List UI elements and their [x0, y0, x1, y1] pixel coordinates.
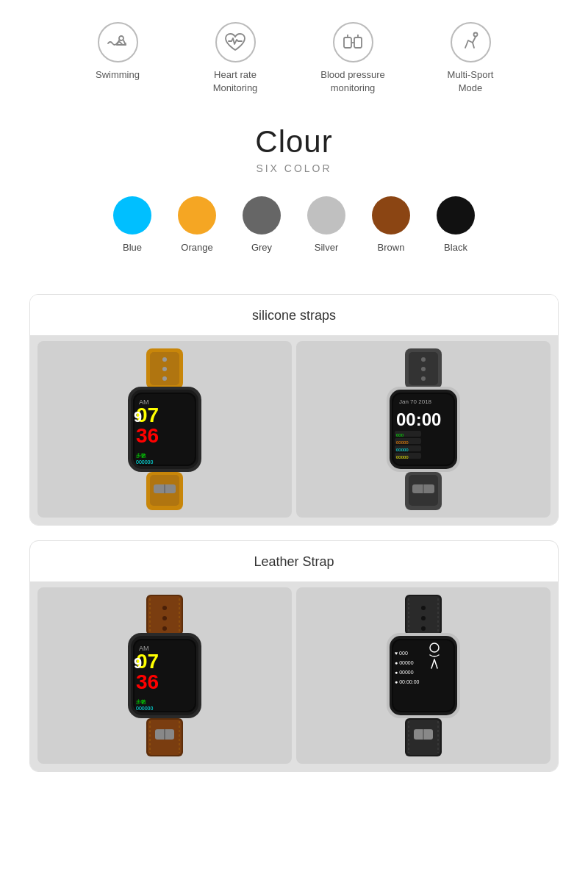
circle-orange [178, 196, 216, 235]
svg-point-54 [162, 616, 167, 620]
blood-pressure-label: Blood pressuremonitoring [320, 68, 384, 95]
swatch-brown: Brown [372, 196, 410, 253]
color-section-subtitle: SIX COLOR [44, 162, 544, 174]
svg-text:9: 9 [134, 655, 142, 671]
svg-text:00000: 00000 [396, 448, 409, 452]
svg-text:● 00000: ● 00000 [395, 670, 414, 675]
swatch-black: Black [437, 196, 475, 253]
silicone-strap-title: silicone straps [30, 295, 558, 335]
svg-text:步數: 步數 [136, 699, 146, 705]
svg-rect-2 [354, 37, 362, 48]
svg-text:000000: 000000 [136, 459, 153, 465]
watch-svg-leather-2: ♥ 000 ● 00000 ● 00000 ● 00:00:00 [368, 595, 478, 756]
silicone-watch-2: Jan 70 2018 00:00 000 00000 00000 00000 [296, 341, 551, 518]
color-name-orange: Orange [181, 242, 212, 253]
feature-heart-rate: Heart rateMonitoring [195, 22, 276, 95]
watch-svg-leather-1: AM 07 36 9 步數 000000 [110, 595, 220, 756]
svg-text:000: 000 [396, 433, 404, 437]
watch-svg-silicone-2: Jan 70 2018 00:00 000 00000 00000 00000 [368, 348, 478, 510]
svg-point-29 [421, 367, 426, 371]
leather-watch-1: AM 07 36 9 步數 000000 [37, 587, 292, 764]
swatch-grey: Grey [243, 196, 281, 253]
color-name-grey: Grey [251, 242, 272, 253]
svg-point-30 [421, 376, 426, 381]
svg-text:Jan 70  2018: Jan 70 2018 [399, 398, 432, 405]
swatch-blue: Blue [113, 196, 151, 253]
svg-text:00:00: 00:00 [396, 409, 441, 429]
svg-point-53 [162, 606, 167, 610]
svg-point-11 [162, 376, 167, 381]
svg-point-10 [162, 367, 167, 371]
swatch-orange: Orange [178, 196, 216, 253]
circle-grey [243, 196, 281, 235]
svg-text:9: 9 [134, 409, 142, 425]
color-name-blue: Blue [123, 242, 142, 253]
color-section-title: Clour [44, 124, 544, 160]
feature-swimming: Swimming [77, 22, 158, 95]
leather-strap-title: Leather Strap [30, 541, 558, 581]
svg-text:步數: 步數 [136, 453, 146, 459]
features-section: Swimming Heart rateMonitoring Blood pres… [0, 0, 588, 110]
leather-watch-2: ♥ 000 ● 00000 ● 00000 ● 00:00:00 [296, 587, 551, 764]
svg-text:000000: 000000 [136, 706, 153, 711]
silicone-watch-1: AM 07 36 9 步數 000000 [37, 341, 292, 518]
color-swatches: Blue Orange Grey Silver Brown Black [44, 196, 544, 253]
color-name-silver: Silver [315, 242, 339, 253]
heart-rate-label: Heart rateMonitoring [213, 68, 258, 95]
svg-point-0 [119, 36, 123, 40]
svg-point-55 [162, 626, 167, 631]
svg-text:36: 36 [136, 670, 159, 693]
circle-brown [372, 196, 410, 235]
svg-rect-1 [344, 37, 351, 48]
circle-blue [113, 196, 151, 235]
color-name-black: Black [444, 242, 467, 253]
svg-point-76 [421, 606, 426, 610]
svg-text:♥ 000: ♥ 000 [395, 651, 408, 656]
svg-text:00000: 00000 [396, 440, 409, 445]
svg-point-77 [421, 616, 426, 620]
feature-multi-sport: Multi-SportMode [430, 22, 511, 95]
leather-strap-section: Leather Strap AM [29, 540, 559, 772]
feature-blood-pressure: Blood pressuremonitoring [312, 22, 393, 95]
watch-svg-silicone-1: AM 07 36 9 步數 000000 [110, 348, 220, 510]
blood-pressure-icon [333, 22, 373, 62]
svg-point-78 [421, 626, 426, 631]
color-section: Clour SIX COLOR Blue Orange Grey Silver … [0, 110, 588, 287]
circle-black [437, 196, 475, 235]
silicone-strap-section: silicone straps AM 0 [29, 294, 559, 526]
svg-text:● 00:00:00: ● 00:00:00 [395, 679, 420, 684]
multi-sport-icon [451, 22, 491, 62]
swimming-icon [98, 22, 138, 62]
svg-point-6 [474, 32, 478, 36]
svg-text:00000: 00000 [396, 455, 409, 459]
circle-silver [307, 196, 345, 235]
color-name-brown: Brown [378, 242, 405, 253]
svg-point-9 [162, 357, 167, 362]
swatch-silver: Silver [307, 196, 345, 253]
svg-text:● 00000: ● 00000 [395, 660, 414, 665]
svg-point-28 [421, 357, 426, 362]
svg-text:36: 36 [136, 424, 159, 447]
swimming-label: Swimming [96, 68, 140, 82]
heart-rate-icon [215, 22, 256, 62]
multi-sport-label: Multi-SportMode [448, 68, 494, 95]
